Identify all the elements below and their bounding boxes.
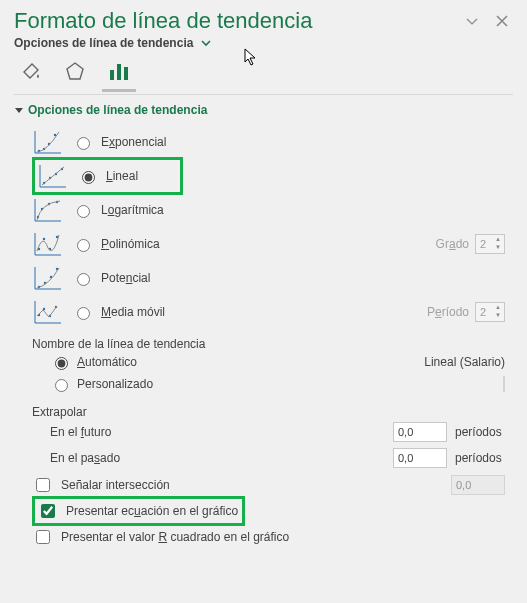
forward-units: períodos: [455, 425, 513, 439]
grado-spinner: 2▲▼: [475, 234, 505, 254]
svg-point-6: [54, 134, 56, 136]
svg-rect-1: [117, 64, 121, 80]
svg-point-16: [43, 238, 45, 240]
bar-chart-icon: [108, 60, 130, 82]
power-curve-icon: [33, 265, 63, 291]
backward-input[interactable]: 0,0: [393, 448, 447, 468]
radio-exponential[interactable]: [77, 137, 90, 150]
section-header-label: Opciones de línea de tendencia: [28, 103, 207, 117]
trend-option-exponential[interactable]: Exponencial: [14, 125, 513, 159]
log-curve-icon: [33, 197, 63, 223]
paint-bucket-icon: [19, 59, 43, 83]
tab-strip: [18, 58, 513, 84]
trendline-name-header: Nombre de la línea de tendencia: [32, 337, 513, 351]
trend-option-logarithmic[interactable]: Logarítmica: [14, 193, 513, 227]
poly-curve-icon: [33, 231, 63, 257]
pane-title: Formato de línea de tendencia: [14, 8, 461, 34]
trend-option-power[interactable]: Potencial: [14, 261, 513, 295]
collapse-triangle-icon: [14, 105, 24, 115]
chevron-down-icon[interactable]: [199, 36, 213, 50]
label-linear: Lineal: [106, 169, 138, 183]
show-equation-row[interactable]: Presentar ecuación en el gráfico: [32, 499, 513, 523]
label-backward: En el pasado: [50, 451, 385, 465]
extrapolate-header: Extrapolar: [32, 405, 513, 419]
dropdown-caret-icon[interactable]: [461, 10, 483, 32]
exponential-curve-icon: [33, 129, 63, 155]
options-dropdown-label[interactable]: Opciones de línea de tendencia: [14, 36, 193, 50]
checkbox-show-r2[interactable]: [36, 530, 50, 544]
trend-option-linear[interactable]: Lineal: [14, 159, 513, 193]
linear-curve-icon: [38, 163, 68, 189]
checkbox-show-equation[interactable]: [41, 504, 55, 518]
name-auto-row[interactable]: Automático Lineal (Salario): [50, 351, 513, 373]
radio-moving-avg[interactable]: [77, 307, 90, 320]
radio-linear[interactable]: [82, 171, 95, 184]
periodo-spinner: 2▲▼: [475, 302, 505, 322]
label-forward: En el futuro: [50, 425, 385, 439]
label-power: Potencial: [101, 271, 150, 285]
label-logarithmic: Logarítmica: [101, 203, 164, 217]
radio-logarithmic[interactable]: [77, 205, 90, 218]
trend-option-polynomial[interactable]: Polinómica Grado 2▲▼: [14, 227, 513, 261]
label-show-equation: Presentar ecuación en el gráfico: [66, 504, 238, 518]
radio-polynomial[interactable]: [77, 239, 90, 252]
name-custom-row[interactable]: Personalizado: [50, 373, 513, 395]
forward-row: En el futuro 0,0 períodos: [50, 419, 513, 445]
label-set-intercept: Señalar intersección: [61, 478, 170, 492]
checkbox-set-intercept[interactable]: [36, 478, 50, 492]
label-exponential: Exponencial: [101, 135, 166, 149]
periodo-label: Período: [427, 305, 469, 319]
trend-option-moving-avg[interactable]: Media móvil Período 2▲▼: [14, 295, 513, 329]
pentagon-icon: [63, 59, 87, 83]
tab-effects[interactable]: [62, 58, 88, 84]
label-custom-name: Personalizado: [77, 377, 153, 391]
show-r2-row[interactable]: Presentar el valor R cuadrado en el gráf…: [32, 525, 513, 549]
radio-custom-name[interactable]: [55, 379, 68, 392]
forward-input[interactable]: 0,0: [393, 422, 447, 442]
label-show-r2: Presentar el valor R cuadrado en el gráf…: [61, 530, 289, 544]
tab-trendline-options[interactable]: [106, 58, 132, 84]
custom-name-input: [503, 376, 505, 392]
radio-auto-name[interactable]: [55, 357, 68, 370]
section-header-trendline-options[interactable]: Opciones de línea de tendencia: [14, 103, 513, 117]
svg-rect-0: [110, 70, 114, 80]
moving-avg-icon: [33, 299, 63, 325]
backward-row: En el pasado 0,0 períodos: [50, 445, 513, 471]
intercept-input: 0,0: [451, 475, 505, 495]
label-moving-avg: Media móvil: [101, 305, 165, 319]
label-auto-name: Automático: [77, 355, 137, 369]
tab-fill[interactable]: [18, 58, 44, 84]
set-intercept-row[interactable]: Señalar intersección 0,0: [32, 473, 513, 497]
svg-rect-2: [124, 67, 128, 80]
auto-name-value: Lineal (Salario): [424, 355, 513, 369]
radio-power[interactable]: [77, 273, 90, 286]
label-polynomial: Polinómica: [101, 237, 160, 251]
close-icon[interactable]: [491, 10, 513, 32]
grado-label: Grado: [436, 237, 469, 251]
backward-units: períodos: [455, 451, 513, 465]
